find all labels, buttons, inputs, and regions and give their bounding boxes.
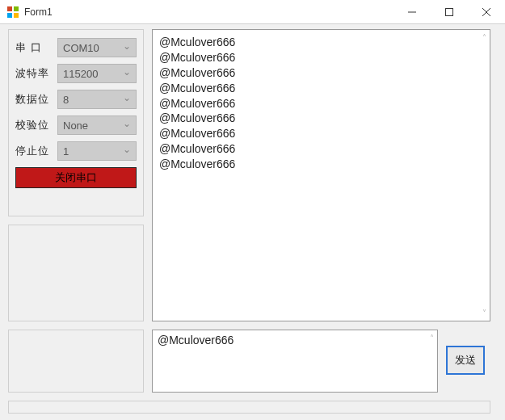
send-button[interactable]: 发送 [446,346,485,375]
window-title: Form1 [24,6,393,18]
scroll-up-icon: ˄ [482,33,486,42]
svg-rect-4 [446,8,453,15]
combo-baud[interactable]: 115200 [57,64,137,83]
svg-rect-3 [14,13,19,18]
config-row-parity: 校验位 None [15,116,137,135]
send-text: @Mculover666 [158,334,432,346]
label-port: 串 口 [15,40,57,55]
combo-stopbits[interactable]: 1 [57,141,137,161]
receive-textarea[interactable]: ˄ @Mculover666 @Mculover666 @Mculover666… [152,29,490,321]
close-port-button[interactable]: 关闭串口 [15,167,137,188]
scroll-up-icon: ˄ [430,334,434,342]
titlebar: Form1 [0,0,505,24]
combo-databits[interactable]: 8 [57,90,137,109]
svg-rect-0 [7,6,12,11]
config-row-databits: 数据位 8 [15,90,137,109]
label-databits: 数据位 [15,92,57,107]
label-baud: 波特率 [15,66,57,81]
combo-parity[interactable]: None [57,116,137,135]
scroll-down-icon: ˅ [482,309,486,317]
window-controls [393,0,505,23]
config-row-stopbits: 停止位 1 [15,141,137,161]
left-panel-3 [8,330,144,393]
label-stopbits: 停止位 [15,144,57,158]
combo-port[interactable]: COM10 [57,38,137,57]
config-row-port: 串 口 COM10 [15,38,137,57]
minimize-button[interactable] [393,0,431,23]
serial-config-panel: 串 口 COM10 波特率 115200 数据位 8 校验位 None 停止位 … [8,29,144,216]
status-strip [8,401,490,414]
receive-content: @Mculover666 @Mculover666 @Mculover666 @… [159,35,483,172]
config-row-baud: 波特率 115200 [15,64,137,83]
left-panel-2 [8,225,144,321]
svg-rect-2 [7,13,12,18]
label-parity: 校验位 [15,118,57,132]
close-button[interactable] [468,0,505,23]
maximize-button[interactable] [431,0,468,23]
client-area: 串 口 COM10 波特率 115200 数据位 8 校验位 None 停止位 … [0,24,505,420]
send-textarea[interactable]: ˄ @Mculover666 [152,330,438,393]
svg-rect-1 [14,6,19,11]
app-icon [6,6,19,19]
